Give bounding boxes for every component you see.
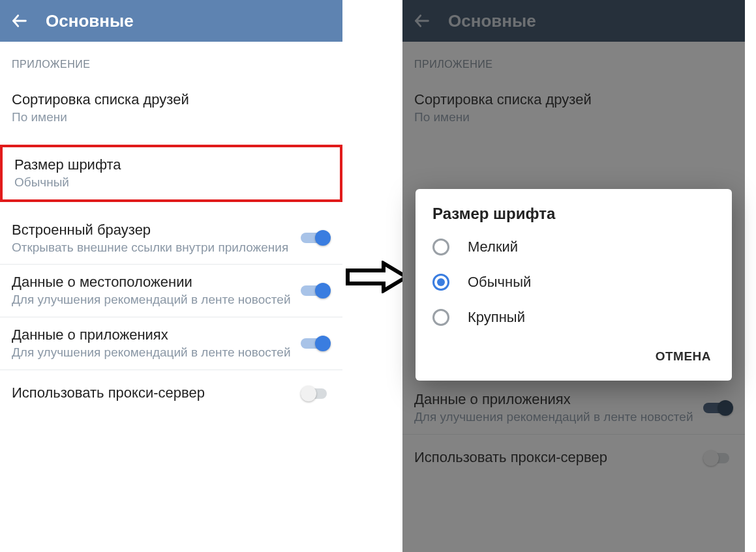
dialog-option-label: Мелкий	[468, 239, 518, 255]
row-title: Сортировка списка друзей	[12, 91, 324, 108]
section-label-app: ПРИЛОЖЕНИЕ	[0, 42, 342, 82]
row-sub: По имени	[12, 109, 324, 125]
dialog-option-label: Крупный	[468, 309, 525, 326]
row-sub: Обычный	[14, 175, 322, 190]
row-location-data[interactable]: Данные о местоположении Для улучшения ре…	[0, 265, 342, 317]
dialog-option-large[interactable]: Крупный	[416, 300, 732, 335]
svg-marker-1	[348, 263, 406, 291]
row-title: Размер шрифта	[14, 156, 322, 173]
switch-location-data[interactable]	[301, 283, 331, 298]
row-title: Данные о приложениях	[12, 327, 294, 343]
back-icon[interactable]	[10, 12, 29, 30]
dialog-option-small[interactable]: Мелкий	[416, 229, 732, 265]
row-sub: Открывать внешние ссылки внутри приложен…	[12, 240, 294, 255]
row-sub: Для улучшения рекомендаций в ленте новос…	[12, 345, 294, 360]
row-title: Использовать прокси-сервер	[12, 385, 294, 401]
row-sub: Для улучшения рекомендаций в ленте новос…	[12, 292, 294, 308]
arrow-icon	[344, 261, 410, 293]
dialog-font-size: Размер шрифта Мелкий Обычный Крупный ОТМ…	[416, 189, 732, 381]
appbar-title: Основные	[46, 11, 134, 31]
switch-app-data[interactable]	[301, 336, 331, 351]
switch-internal-browser[interactable]	[301, 230, 331, 246]
dialog-title: Размер шрифта	[416, 189, 732, 229]
settings-screen-left: Основные ПРИЛОЖЕНИЕ Сортировка списка др…	[0, 0, 342, 552]
dialog-option-normal[interactable]: Обычный	[416, 265, 732, 300]
switch-proxy[interactable]	[301, 386, 331, 401]
row-proxy[interactable]: Использовать прокси-сервер	[0, 370, 342, 417]
appbar: Основные	[0, 0, 342, 42]
row-title: Встроенный браузер	[12, 222, 294, 239]
settings-screen-right: Основные ПРИЛОЖЕНИЕ Сортировка списка др…	[402, 0, 745, 552]
row-friends-sort[interactable]: Сортировка списка друзей По имени	[0, 82, 342, 134]
radio-icon	[432, 274, 449, 291]
row-app-data[interactable]: Данные о приложениях Для улучшения реком…	[0, 317, 342, 370]
row-font-size[interactable]: Размер шрифта Обычный	[0, 145, 342, 202]
dialog-option-label: Обычный	[468, 274, 531, 291]
radio-icon	[432, 239, 449, 255]
radio-icon	[432, 309, 449, 326]
row-title: Данные о местоположении	[12, 274, 294, 291]
row-internal-browser[interactable]: Встроенный браузер Открывать внешние ссы…	[0, 212, 342, 265]
cancel-button[interactable]: ОТМЕНА	[648, 344, 719, 369]
